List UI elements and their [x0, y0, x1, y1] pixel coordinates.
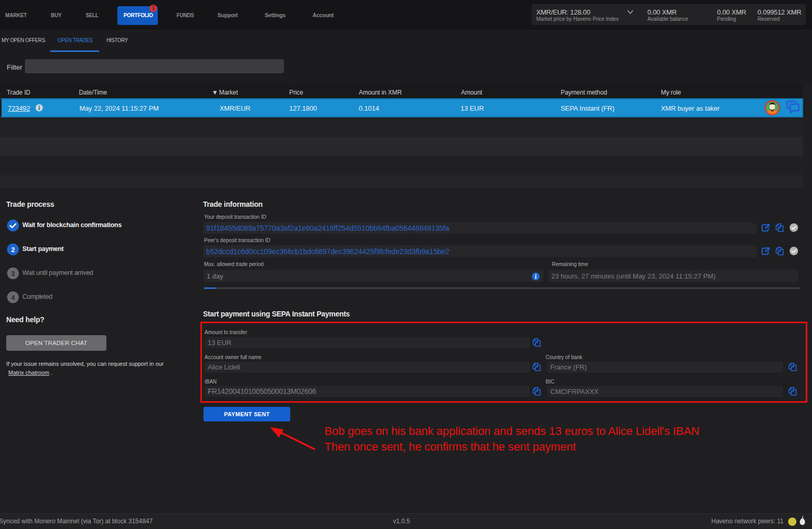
svg-text:4: 4	[11, 293, 15, 301]
svg-text:2: 2	[11, 245, 15, 253]
svg-text:3: 3	[11, 269, 15, 277]
